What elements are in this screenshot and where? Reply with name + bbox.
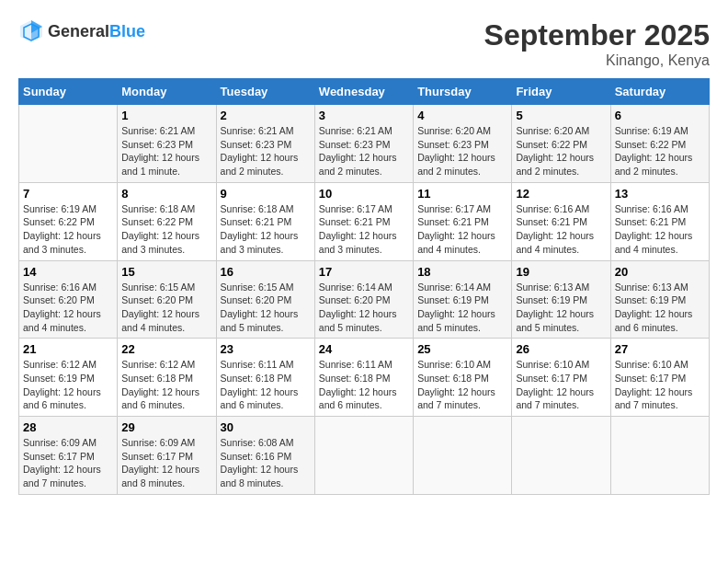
day-number: 16 [221, 265, 311, 279]
calendar-cell: 11Sunrise: 6:17 AM Sunset: 6:21 PM Dayli… [414, 182, 512, 260]
day-number: 17 [319, 265, 409, 279]
calendar-cell: 29Sunrise: 6:09 AM Sunset: 6:17 PM Dayli… [118, 417, 216, 495]
calendar-table: SundayMondayTuesdayWednesdayThursdayFrid… [18, 78, 710, 495]
day-info: Sunrise: 6:10 AM Sunset: 6:17 PM Dayligh… [516, 358, 606, 412]
day-info: Sunrise: 6:10 AM Sunset: 6:17 PM Dayligh… [615, 358, 705, 412]
calendar-cell: 14Sunrise: 6:16 AM Sunset: 6:20 PM Dayli… [19, 260, 118, 339]
calendar-cell: 19Sunrise: 6:13 AM Sunset: 6:19 PM Dayli… [512, 260, 610, 339]
calendar-cell: 16Sunrise: 6:15 AM Sunset: 6:20 PM Dayli… [216, 260, 314, 339]
calendar-cell: 25Sunrise: 6:10 AM Sunset: 6:18 PM Dayli… [414, 339, 512, 417]
calendar-cell: 18Sunrise: 6:14 AM Sunset: 6:19 PM Dayli… [414, 260, 512, 339]
day-info: Sunrise: 6:19 AM Sunset: 6:22 PM Dayligh… [23, 202, 113, 257]
calendar-cell: 26Sunrise: 6:10 AM Sunset: 6:17 PM Dayli… [512, 339, 610, 417]
day-number: 21 [23, 342, 113, 356]
day-info: Sunrise: 6:15 AM Sunset: 6:20 PM Dayligh… [121, 281, 211, 335]
calendar-cell: 27Sunrise: 6:10 AM Sunset: 6:17 PM Dayli… [610, 339, 709, 417]
day-number: 23 [221, 342, 311, 356]
calendar-cell: 17Sunrise: 6:14 AM Sunset: 6:20 PM Dayli… [314, 260, 413, 339]
day-number: 9 [221, 187, 311, 201]
day-info: Sunrise: 6:14 AM Sunset: 6:20 PM Dayligh… [319, 281, 409, 335]
day-info: Sunrise: 6:19 AM Sunset: 6:22 PM Dayligh… [615, 124, 705, 178]
calendar-week-row: 7Sunrise: 6:19 AM Sunset: 6:22 PM Daylig… [19, 182, 710, 260]
calendar-cell: 22Sunrise: 6:12 AM Sunset: 6:18 PM Dayli… [118, 339, 216, 417]
day-number: 28 [23, 420, 113, 434]
calendar-cell: 15Sunrise: 6:15 AM Sunset: 6:20 PM Dayli… [118, 260, 216, 339]
calendar-cell: 9Sunrise: 6:18 AM Sunset: 6:21 PM Daylig… [216, 182, 314, 260]
day-number: 2 [221, 109, 311, 122]
calendar-cell: 24Sunrise: 6:11 AM Sunset: 6:18 PM Dayli… [314, 339, 413, 417]
calendar-cell: 5Sunrise: 6:20 AM Sunset: 6:22 PM Daylig… [512, 105, 610, 183]
day-info: Sunrise: 6:12 AM Sunset: 6:19 PM Dayligh… [23, 358, 113, 412]
day-info: Sunrise: 6:18 AM Sunset: 6:21 PM Dayligh… [221, 202, 311, 257]
day-number: 6 [615, 109, 705, 122]
day-number: 15 [121, 265, 211, 279]
day-number: 26 [516, 342, 606, 356]
weekday-header: Monday [118, 79, 216, 105]
calendar-cell [414, 417, 512, 495]
calendar-cell: 20Sunrise: 6:13 AM Sunset: 6:19 PM Dayli… [610, 260, 709, 339]
day-number: 13 [615, 187, 705, 201]
title-block: September 2025 Kinango, Kenya [484, 18, 710, 69]
day-number: 10 [319, 187, 409, 201]
day-info: Sunrise: 6:14 AM Sunset: 6:19 PM Dayligh… [417, 281, 507, 335]
calendar-week-row: 28Sunrise: 6:09 AM Sunset: 6:17 PM Dayli… [19, 417, 710, 495]
day-number: 12 [516, 187, 606, 201]
calendar-cell: 28Sunrise: 6:09 AM Sunset: 6:17 PM Dayli… [19, 417, 118, 495]
weekday-header: Saturday [610, 79, 709, 105]
day-number: 8 [121, 187, 211, 201]
day-number: 4 [417, 109, 507, 122]
weekday-header: Sunday [19, 79, 118, 105]
day-number: 7 [23, 187, 113, 201]
day-number: 1 [121, 109, 211, 122]
day-info: Sunrise: 6:16 AM Sunset: 6:21 PM Dayligh… [615, 202, 705, 257]
calendar-cell: 23Sunrise: 6:11 AM Sunset: 6:18 PM Dayli… [216, 339, 314, 417]
calendar-cell: 12Sunrise: 6:16 AM Sunset: 6:21 PM Dayli… [512, 182, 610, 260]
day-info: Sunrise: 6:09 AM Sunset: 6:17 PM Dayligh… [23, 436, 113, 490]
day-number: 24 [319, 342, 409, 356]
day-info: Sunrise: 6:08 AM Sunset: 6:16 PM Dayligh… [221, 436, 311, 490]
calendar-cell: 1Sunrise: 6:21 AM Sunset: 6:23 PM Daylig… [118, 105, 216, 183]
calendar-cell: 7Sunrise: 6:19 AM Sunset: 6:22 PM Daylig… [19, 182, 118, 260]
day-number: 29 [121, 420, 211, 434]
page-header: GeneralBlue September 2025 Kinango, Keny… [18, 18, 710, 69]
weekday-header-row: SundayMondayTuesdayWednesdayThursdayFrid… [19, 79, 710, 105]
calendar-cell: 2Sunrise: 6:21 AM Sunset: 6:23 PM Daylig… [216, 105, 314, 183]
day-info: Sunrise: 6:11 AM Sunset: 6:18 PM Dayligh… [319, 358, 409, 412]
day-info: Sunrise: 6:16 AM Sunset: 6:21 PM Dayligh… [516, 202, 606, 257]
day-info: Sunrise: 6:11 AM Sunset: 6:18 PM Dayligh… [221, 358, 311, 412]
calendar-cell [610, 417, 709, 495]
calendar-cell: 4Sunrise: 6:20 AM Sunset: 6:23 PM Daylig… [414, 105, 512, 183]
calendar-week-row: 1Sunrise: 6:21 AM Sunset: 6:23 PM Daylig… [19, 105, 710, 183]
day-info: Sunrise: 6:16 AM Sunset: 6:20 PM Dayligh… [23, 281, 113, 335]
day-info: Sunrise: 6:10 AM Sunset: 6:18 PM Dayligh… [417, 358, 507, 412]
day-info: Sunrise: 6:09 AM Sunset: 6:17 PM Dayligh… [121, 436, 211, 490]
weekday-header: Wednesday [314, 79, 413, 105]
calendar-cell: 21Sunrise: 6:12 AM Sunset: 6:19 PM Dayli… [19, 339, 118, 417]
logo-text: GeneralBlue [48, 22, 145, 41]
day-info: Sunrise: 6:15 AM Sunset: 6:20 PM Dayligh… [221, 281, 311, 335]
logo-general: General [48, 22, 109, 40]
calendar-cell [19, 105, 118, 183]
logo-icon [18, 18, 44, 44]
day-info: Sunrise: 6:17 AM Sunset: 6:21 PM Dayligh… [417, 202, 507, 257]
day-number: 3 [319, 109, 409, 122]
day-number: 11 [417, 187, 507, 201]
day-number: 19 [516, 265, 606, 279]
weekday-header: Thursday [414, 79, 512, 105]
day-info: Sunrise: 6:12 AM Sunset: 6:18 PM Dayligh… [121, 358, 211, 412]
weekday-header: Friday [512, 79, 610, 105]
calendar-week-row: 14Sunrise: 6:16 AM Sunset: 6:20 PM Dayli… [19, 260, 710, 339]
calendar-cell [512, 417, 610, 495]
day-info: Sunrise: 6:21 AM Sunset: 6:23 PM Dayligh… [221, 124, 311, 178]
day-number: 27 [615, 342, 705, 356]
day-info: Sunrise: 6:13 AM Sunset: 6:19 PM Dayligh… [516, 281, 606, 335]
day-number: 5 [516, 109, 606, 122]
day-number: 30 [221, 420, 311, 434]
day-info: Sunrise: 6:17 AM Sunset: 6:21 PM Dayligh… [319, 202, 409, 257]
calendar-cell: 13Sunrise: 6:16 AM Sunset: 6:21 PM Dayli… [610, 182, 709, 260]
day-info: Sunrise: 6:18 AM Sunset: 6:22 PM Dayligh… [121, 202, 211, 257]
day-info: Sunrise: 6:20 AM Sunset: 6:23 PM Dayligh… [417, 124, 507, 178]
day-info: Sunrise: 6:20 AM Sunset: 6:22 PM Dayligh… [516, 124, 606, 178]
day-info: Sunrise: 6:13 AM Sunset: 6:19 PM Dayligh… [615, 281, 705, 335]
calendar-cell: 8Sunrise: 6:18 AM Sunset: 6:22 PM Daylig… [118, 182, 216, 260]
